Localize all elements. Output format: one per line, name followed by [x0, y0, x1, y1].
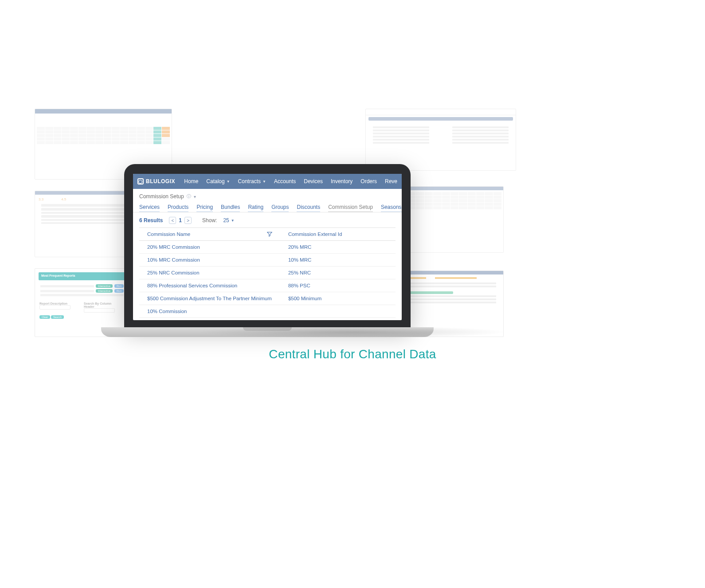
subtab-bundles[interactable]: Bundles — [221, 204, 240, 212]
pager-current: 1 — [179, 217, 182, 223]
caret-icon: ▼ — [231, 219, 235, 223]
brand-icon: ◯ — [137, 178, 144, 184]
thumb3-title: Most Frequent Reports — [41, 274, 75, 277]
top-nav: ◯ BLULOGIX HomeCatalog▼Contracts▼Account… — [133, 174, 402, 189]
filter-icon[interactable] — [267, 231, 272, 237]
nav-inventory[interactable]: Inventory — [331, 178, 352, 184]
table-row[interactable]: 25% NRC Commission25% NRC — [139, 267, 396, 279]
results-bar: 6 Results < 1 > Show: 25 ▼ — [139, 212, 396, 227]
cell-name: 25% NRC Commission — [139, 267, 280, 279]
brand[interactable]: ◯ BLULOGIX — [137, 178, 175, 184]
cell-ext: 88% PSC — [280, 279, 396, 292]
col-commission-name[interactable]: Commission Name — [139, 228, 280, 241]
laptop-mockup: ◯ BLULOGIX HomeCatalog▼Contracts▼Account… — [124, 164, 411, 337]
cell-ext — [280, 305, 396, 318]
results-area: 6 Results < 1 > Show: 25 ▼ — [133, 212, 402, 318]
brand-text: BLULOGIX — [146, 178, 175, 184]
show-label: Show: — [202, 217, 217, 223]
nav-orders[interactable]: Orders — [360, 178, 377, 184]
cell-name: $500 Commission Adjustment To The Partne… — [139, 292, 280, 305]
content-area: Commission Setup ⓘ ▾ ServicesProductsPri… — [133, 189, 402, 212]
page-title-text: Commission Setup — [139, 193, 184, 200]
nav-links: HomeCatalog▼Contracts▼AccountsDevicesInv… — [184, 178, 397, 184]
nav-accounts[interactable]: Accounts — [274, 178, 296, 184]
cell-ext: $500 Minimum — [280, 292, 396, 305]
cell-name: 10% Commission — [139, 305, 280, 318]
col-commission-ext[interactable]: Commission External Id — [280, 228, 396, 241]
pager: < 1 > — [169, 217, 192, 224]
table-header-row: Commission Name Commission External Id — [139, 228, 396, 241]
cell-ext: 25% NRC — [280, 267, 396, 279]
commission-table: Commission Name Commission External Id — [139, 227, 396, 318]
caret-icon: ▼ — [262, 180, 266, 184]
nav-contracts[interactable]: Contracts▼ — [238, 178, 266, 184]
pager-prev[interactable]: < — [169, 217, 176, 224]
subtab-seasons[interactable]: Seasons — [381, 204, 402, 212]
nav-reve[interactable]: Reve — [385, 178, 397, 184]
pager-next[interactable]: > — [184, 217, 192, 224]
cell-name: 20% MRC Commission — [139, 241, 280, 254]
cell-name: 88% Professional Services Commission — [139, 279, 280, 292]
table-row[interactable]: $500 Commission Adjustment To The Partne… — [139, 292, 396, 305]
show-selector[interactable]: 25 ▼ — [223, 217, 234, 223]
subtabs: ServicesProductsPricingBundlesRatingGrou… — [139, 204, 396, 212]
nav-catalog[interactable]: Catalog▼ — [206, 178, 230, 184]
nav-home[interactable]: Home — [184, 178, 198, 184]
app-screen: ◯ BLULOGIX HomeCatalog▼Contracts▼Account… — [133, 174, 402, 320]
caption: Central Hub for Channel Data — [0, 347, 705, 361]
results-count: 6 Results — [139, 217, 163, 223]
subtab-commission-setup[interactable]: Commission Setup — [328, 204, 373, 212]
dropdown-icon[interactable]: ▾ — [194, 194, 196, 199]
cell-ext: 20% MRC — [280, 241, 396, 254]
subtab-groups[interactable]: Groups — [271, 204, 289, 212]
page-title: Commission Setup ⓘ ▾ — [139, 193, 396, 200]
show-value: 25 — [223, 217, 229, 223]
table-row[interactable]: 10% MRC Commission10% MRC — [139, 254, 396, 267]
caret-icon: ▼ — [227, 180, 230, 184]
subtab-pricing[interactable]: Pricing — [196, 204, 213, 212]
nav-devices[interactable]: Devices — [304, 178, 323, 184]
table-row[interactable]: 88% Professional Services Commission88% … — [139, 279, 396, 292]
subtab-products[interactable]: Products — [168, 204, 188, 212]
subtab-discounts[interactable]: Discounts — [297, 204, 320, 212]
table-row[interactable]: 20% MRC Commission20% MRC — [139, 241, 396, 254]
help-icon[interactable]: ⓘ — [187, 193, 191, 200]
cell-name: 10% MRC Commission — [139, 254, 280, 267]
cell-ext: 10% MRC — [280, 254, 396, 267]
stage: 3.3 4.5 Most Frequent Reports Interactiv… — [0, 0, 705, 588]
screen-bezel: ◯ BLULOGIX HomeCatalog▼Contracts▼Account… — [124, 164, 411, 327]
subtab-services[interactable]: Services — [139, 204, 160, 212]
table-row[interactable]: 10% Commission — [139, 305, 396, 318]
subtab-rating[interactable]: Rating — [248, 204, 263, 212]
laptop-base — [101, 327, 434, 337]
thumbnail-top-right — [365, 109, 516, 171]
